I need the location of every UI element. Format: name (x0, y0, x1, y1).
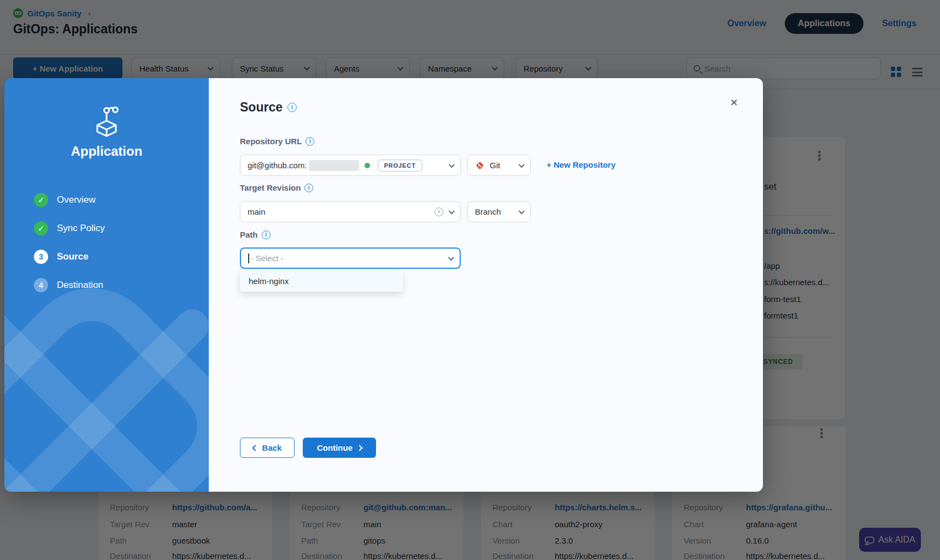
wizard-steps: Overview Sync Policy 3 Source 4 Destinat… (34, 193, 198, 306)
redacted-value (309, 160, 359, 171)
back-button[interactable]: Back (240, 438, 295, 458)
path-placeholder: - Select - (251, 254, 284, 263)
back-label: Back (262, 443, 282, 452)
clear-icon[interactable] (434, 208, 443, 216)
field-label-text: Target Revision (240, 183, 301, 192)
application-icon (91, 104, 122, 138)
git-icon (475, 161, 485, 170)
continue-button[interactable]: Continue (303, 438, 376, 458)
provider-select[interactable]: Git (467, 155, 531, 176)
ref-type-select[interactable]: Branch (467, 201, 531, 222)
chevron-right-icon (356, 445, 362, 451)
info-icon[interactable] (304, 184, 313, 192)
project-badge: PROJECT (378, 160, 422, 172)
target-revision-combobox[interactable]: main (240, 201, 461, 222)
chevron-down-icon (449, 208, 455, 214)
field-label-text: Path (240, 230, 258, 239)
step-number-badge: 4 (34, 278, 48, 292)
info-icon[interactable] (287, 103, 297, 112)
step-overview[interactable]: Overview (34, 193, 198, 207)
provider-value: Git (490, 161, 500, 170)
chevron-down-icon (519, 208, 525, 214)
chevron-down-icon (448, 254, 454, 260)
step-label: Destination (57, 280, 103, 291)
step-label: Overview (57, 194, 96, 205)
path-options-dropdown: helm-nginx (240, 270, 403, 292)
chevron-left-icon (252, 445, 258, 451)
repository-url-prefix: git@github.com: (248, 161, 307, 170)
path-combobox-focused[interactable]: - Select - (240, 247, 461, 269)
field-label-text: Repository URL (240, 137, 302, 146)
screen: GitOps Sanity › GitOps: Applications Ove… (0, 0, 940, 560)
target-revision-value: main (248, 207, 266, 216)
chevron-down-icon (519, 161, 525, 167)
new-application-modal: Application Overview Sync Policy 3 Sourc… (4, 78, 763, 492)
step-source-active[interactable]: 3 Source (34, 250, 198, 264)
wizard-title: Application (4, 144, 209, 159)
step-done-check-icon (34, 193, 48, 207)
modal-title: Source (240, 100, 297, 115)
new-repository-link[interactable]: + New Repository (547, 160, 615, 169)
continue-label: Continue (317, 443, 352, 452)
step-number-badge: 3 (34, 250, 48, 264)
path-label: Path (240, 230, 271, 239)
path-option-helm-nginx[interactable]: helm-nginx (240, 270, 403, 292)
step-label: Sync Policy (57, 223, 105, 234)
info-icon[interactable] (306, 137, 314, 146)
info-icon[interactable] (262, 231, 271, 239)
chevron-down-icon (449, 161, 455, 167)
step-destination[interactable]: 4 Destination (34, 278, 198, 292)
repository-url-label: Repository URL (240, 137, 314, 146)
modal-body: ✕ Source Repository URL git@github.com: … (209, 78, 763, 492)
modal-title-text: Source (240, 100, 283, 115)
step-label: Source (57, 251, 89, 262)
repository-url-combobox[interactable]: git@github.com: PROJECT (240, 155, 461, 176)
wizard-sidebar: Application Overview Sync Policy 3 Sourc… (4, 78, 209, 492)
step-sync-policy[interactable]: Sync Policy (34, 221, 198, 235)
ref-type-value: Branch (475, 207, 501, 216)
step-done-check-icon (34, 221, 48, 235)
text-cursor (248, 254, 249, 263)
status-dot-icon (365, 163, 370, 168)
target-revision-label: Target Revision (240, 183, 313, 192)
close-icon[interactable]: ✕ (728, 97, 740, 109)
